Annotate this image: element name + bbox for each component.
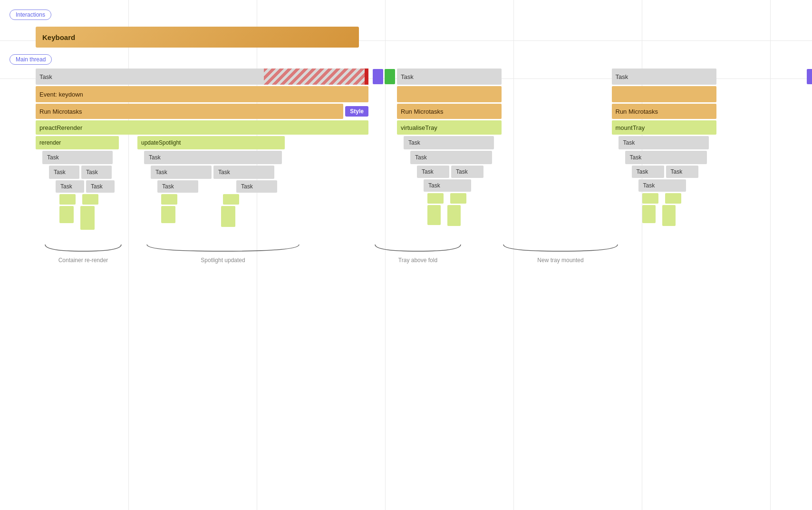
update-spotlight-col: updateSpotlight Task Task T (137, 136, 309, 231)
brace-svg-container (40, 243, 126, 254)
task-a4[interactable]: Task (56, 180, 84, 193)
keyboard-bar: Keyboard (36, 27, 359, 48)
task-b1[interactable]: Task (144, 151, 282, 164)
tiny-r1-1 (427, 193, 444, 204)
task-a2[interactable]: Task (49, 166, 79, 179)
tiny-b1 (161, 194, 177, 205)
main-thread-pill[interactable]: Main thread (10, 54, 52, 65)
task-r1-3[interactable]: Task (417, 166, 449, 178)
task-hatch (264, 69, 368, 85)
tiny-r2-1 (642, 193, 658, 204)
task-r1-1[interactable]: Task (404, 136, 494, 149)
tall-r2-1 (642, 205, 656, 223)
run-microtasks-block[interactable]: Run Microtasks (36, 104, 343, 119)
page-content: Interactions Keyboard Main thread Task (0, 0, 812, 273)
task-r2-1[interactable]: Task (619, 136, 709, 149)
task-r1-5[interactable]: Task (424, 179, 471, 192)
tray-above-fold-label: Tray above fold (398, 257, 437, 264)
main-area: Task Event: keydown Run Microtasks Style (36, 69, 802, 231)
rerender-block[interactable]: rerender (36, 136, 119, 149)
preact-rerender-block[interactable]: preactRerender (36, 120, 368, 135)
brace-svg-new-tray (499, 243, 622, 254)
divider-gap (368, 69, 397, 231)
tiny-a1 (59, 194, 76, 205)
task-r2-2[interactable]: Task (625, 151, 707, 164)
tiny-r2-2 (665, 193, 681, 204)
green-indicator (385, 69, 395, 84)
tiny-b2 (223, 194, 239, 205)
task-r2-main[interactable]: Task (612, 69, 716, 85)
brace-spotlight-updated: Spotlight updated (137, 243, 309, 264)
tall-r2-2 (662, 205, 676, 226)
tall-a2 (80, 206, 95, 230)
task-r1-4[interactable]: Task (451, 166, 483, 178)
rerender-col: rerender Task Task Task (36, 136, 131, 231)
task-r1-main[interactable]: Task (397, 69, 502, 85)
event-keydown-block[interactable]: Event: keydown (36, 86, 368, 102)
task-a1[interactable]: Task (42, 151, 113, 164)
brace-svg-spotlight (142, 243, 304, 254)
tall-r1-2 (447, 205, 461, 226)
brace-tray-above-fold: Tray above fold (366, 243, 470, 264)
task-r2-5[interactable]: Task (638, 179, 686, 192)
tall-b1 (161, 206, 175, 223)
keyboard-label: Keyboard (42, 33, 75, 41)
task-block-main[interactable]: Task (36, 69, 368, 85)
run-microtasks-r2[interactable]: Run Microtasks (612, 104, 716, 119)
task-a5[interactable]: Task (86, 180, 115, 193)
left-cols: rerender Task Task Task (36, 136, 368, 231)
tall-a1 (59, 206, 74, 223)
task-b4[interactable]: Task (157, 180, 198, 193)
spotlight-updated-label: Spotlight updated (201, 257, 245, 264)
event-r2 (612, 86, 716, 102)
new-tray-mounted-label: New tray mounted (537, 257, 583, 264)
left-section: Task Event: keydown Run Microtasks Style (36, 69, 368, 231)
task-a3[interactable]: Task (81, 166, 112, 179)
tall-b2 (221, 206, 235, 227)
container-rerender-label: Container re-render (58, 257, 108, 264)
update-spotlight-block[interactable]: updateSpotlight (137, 136, 285, 149)
virtualise-tray-block[interactable]: virtualiseTray (397, 120, 502, 135)
task-r2-3[interactable]: Task (632, 166, 664, 178)
purple-indicator-r2 (807, 69, 812, 84)
interactions-pill[interactable]: Interactions (10, 10, 51, 20)
task-r1-2[interactable]: Task (410, 151, 492, 164)
task-b3[interactable]: Task (213, 166, 274, 179)
tiny-a2 (82, 194, 98, 205)
task-b2[interactable]: Task (151, 166, 212, 179)
brace-container-rerender: Container re-render (36, 243, 131, 264)
right-section: Task Run Microtasks virtualiseTray Task (397, 69, 802, 231)
tiny-r1-2 (450, 193, 466, 204)
style-pill[interactable]: Style (345, 106, 368, 117)
brace-svg-tray (370, 243, 465, 254)
run-microtasks-r1[interactable]: Run Microtasks (397, 104, 502, 119)
tall-r1-1 (427, 205, 441, 225)
right-col-1: Task Run Microtasks virtualiseTray Task (397, 69, 588, 231)
purple-indicator (373, 69, 383, 84)
right-col-2: Task Run Microtasks mountTray (612, 69, 803, 231)
event-r1 (397, 86, 502, 102)
task-r2-4[interactable]: Task (666, 166, 698, 178)
brace-new-tray-mounted: New tray mounted (494, 243, 627, 264)
brace-labels-section: Container re-render Spotlight updated Tr… (36, 243, 802, 264)
task-b5[interactable]: Task (236, 180, 277, 193)
mount-tray-block[interactable]: mountTray (612, 120, 716, 135)
